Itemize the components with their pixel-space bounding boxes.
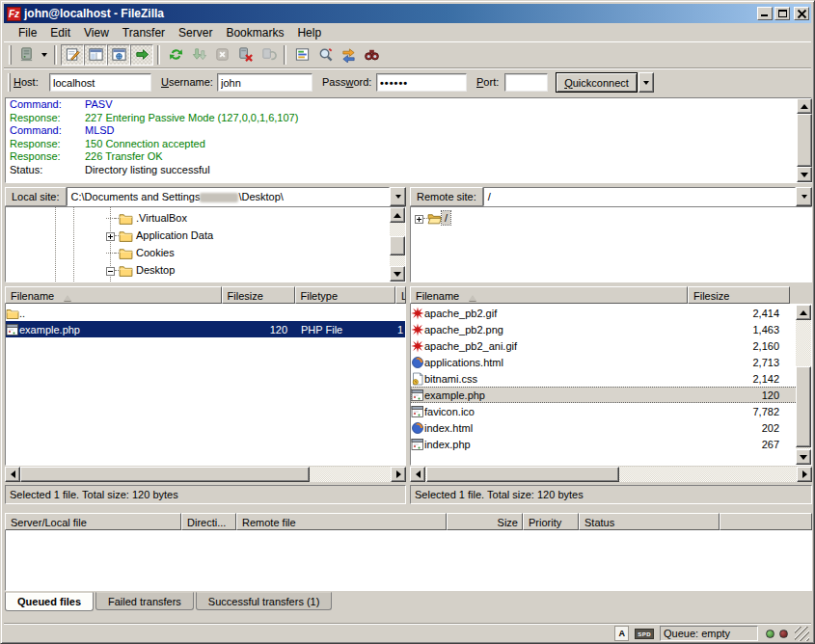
scroll-left-button[interactable]	[5, 467, 20, 482]
quickconnect-dropdown-button[interactable]	[638, 72, 654, 93]
tree-item[interactable]: .VirtualBox	[6, 209, 405, 227]
username-input[interactable]	[217, 73, 312, 92]
file-row[interactable]: index.html202	[411, 419, 811, 436]
file-name-cell: apache_pb2_ani.gif	[411, 339, 687, 353]
column-header-filename[interactable]: Filename	[410, 286, 688, 304]
queue-column-priority[interactable]: Priority	[523, 513, 579, 530]
data-type-indicator-icon[interactable]: A	[614, 626, 629, 641]
cancel-button[interactable]	[210, 44, 233, 66]
menu-help[interactable]: Help	[290, 24, 328, 41]
scroll-down-button[interactable]	[796, 449, 811, 465]
speed-limits-icon[interactable]: SPD	[635, 629, 654, 639]
filter-button[interactable]	[290, 44, 313, 66]
quickconnect-button[interactable]: Quickconnect	[556, 72, 638, 93]
scroll-up-button[interactable]	[797, 98, 812, 114]
port-input[interactable]	[504, 73, 548, 92]
file-row[interactable]: apache_pb2_ani.gif2,160	[411, 337, 811, 354]
menu-bookmarks[interactable]: Bookmarks	[219, 24, 290, 41]
toggle-remote-tree-button[interactable]	[107, 44, 130, 66]
local-site-dropdown[interactable]	[390, 187, 406, 206]
scroll-down-button[interactable]	[797, 167, 812, 182]
scroll-thumb[interactable]	[796, 366, 811, 447]
tab-successful-transfers-1-[interactable]: Successful transfers (1)	[196, 592, 333, 610]
remote-list-scrollbar[interactable]	[796, 305, 811, 465]
tree-item[interactable]: Cookies	[6, 244, 405, 261]
disconnect-button[interactable]	[233, 44, 257, 66]
menu-server[interactable]: Server	[172, 24, 219, 41]
column-header-filetype[interactable]: Filetype	[295, 286, 395, 304]
scroll-down-button[interactable]	[390, 266, 405, 282]
column-header-l[interactable]: L	[395, 286, 406, 304]
local-tree-scrollbar[interactable]	[390, 207, 405, 282]
scroll-thumb[interactable]	[797, 114, 812, 167]
host-label: Host:	[14, 76, 39, 88]
queue-column-size[interactable]: Size	[447, 513, 523, 530]
scroll-right-button[interactable]	[797, 467, 812, 482]
scroll-thumb[interactable]	[426, 467, 619, 482]
queue-column-blank[interactable]	[720, 513, 812, 530]
site-manager-button[interactable]	[14, 44, 38, 66]
find-files-button[interactable]	[360, 44, 383, 66]
file-row[interactable]: bitnami.css2,142	[411, 370, 811, 387]
column-header-filename[interactable]: Filename	[5, 286, 222, 304]
tree-item[interactable]: Application Data	[6, 227, 405, 244]
column-header-filesize[interactable]: Filesize	[688, 286, 790, 304]
site-manager-dropdown[interactable]	[38, 44, 50, 66]
tab-failed-transfers[interactable]: Failed transfers	[95, 592, 194, 610]
process-queue-button[interactable]	[187, 44, 210, 66]
file-row[interactable]: example.php120PHP File1	[6, 321, 405, 337]
menu-edit[interactable]: Edit	[43, 24, 77, 41]
log-line: Status:Directory listing successful	[6, 164, 811, 177]
local-site-combo[interactable]: C:\Documents and Settings\Desktop\	[67, 187, 390, 206]
queue-column-status[interactable]: Status	[579, 513, 720, 530]
scroll-right-button[interactable]	[391, 467, 406, 482]
file-row[interactable]: applications.html2,713	[411, 354, 811, 370]
reconnect-button[interactable]	[257, 44, 280, 66]
file-row[interactable]: index.php267	[411, 436, 811, 452]
file-row[interactable]: apache_pb2.png1,463	[411, 321, 811, 337]
toggle-queue-button[interactable]	[130, 44, 153, 66]
menu-view[interactable]: View	[77, 24, 116, 41]
resize-grip[interactable]	[795, 627, 809, 641]
scroll-thumb[interactable]	[390, 236, 405, 255]
queue-column-server-local-file[interactable]: Server/Local file	[5, 513, 181, 530]
log-scrollbar[interactable]	[797, 98, 812, 182]
tree-item[interactable]: /	[411, 209, 811, 227]
toggle-message-log-button[interactable]	[61, 44, 84, 66]
host-input[interactable]	[49, 73, 151, 92]
maximize-button[interactable]	[774, 7, 790, 20]
scroll-left-button[interactable]	[410, 467, 425, 482]
folder-icon	[427, 211, 442, 226]
synchronized-browsing-button[interactable]	[337, 44, 360, 66]
directory-comparison-button[interactable]	[313, 44, 337, 66]
log-line: Response:150 Connection accepted	[6, 138, 811, 151]
file-row[interactable]: example.php120	[411, 387, 811, 403]
title-bar[interactable]: Fz john@localhost - FileZilla	[4, 4, 811, 23]
menu-file[interactable]: File	[12, 24, 43, 41]
file-row[interactable]: ..	[6, 305, 405, 321]
toolbar-grip[interactable]	[9, 45, 12, 65]
file-row[interactable]: apache_pb2.gif2,414	[411, 305, 811, 321]
remote-site-combo[interactable]: /	[483, 187, 796, 206]
remote-list-hscrollbar[interactable]	[410, 467, 812, 482]
toolbar-grip[interactable]	[8, 73, 11, 92]
minimize-button[interactable]	[757, 7, 773, 20]
queue-list[interactable]	[5, 530, 812, 591]
tab-queued-files[interactable]: Queued files	[5, 592, 94, 611]
local-list-hscrollbar[interactable]	[5, 467, 406, 482]
refresh-button[interactable]	[164, 44, 187, 66]
menu-transfer[interactable]: Transfer	[116, 24, 172, 41]
close-button[interactable]	[794, 7, 809, 20]
scroll-thumb[interactable]	[20, 467, 310, 482]
tree-item[interactable]: Desktop	[6, 261, 405, 279]
column-header-filesize[interactable]: Filesize	[222, 286, 295, 304]
scroll-up-button[interactable]	[390, 207, 405, 223]
toggle-local-tree-button[interactable]	[84, 44, 107, 66]
queue-column-directi-[interactable]: Directi...	[181, 513, 236, 530]
scroll-up-button[interactable]	[796, 305, 811, 320]
filter-icon	[294, 46, 311, 63]
queue-column-remote-file[interactable]: Remote file	[236, 513, 447, 530]
file-row[interactable]: favicon.ico7,782	[411, 403, 811, 419]
remote-site-dropdown[interactable]	[796, 187, 812, 206]
password-input[interactable]	[376, 73, 467, 92]
